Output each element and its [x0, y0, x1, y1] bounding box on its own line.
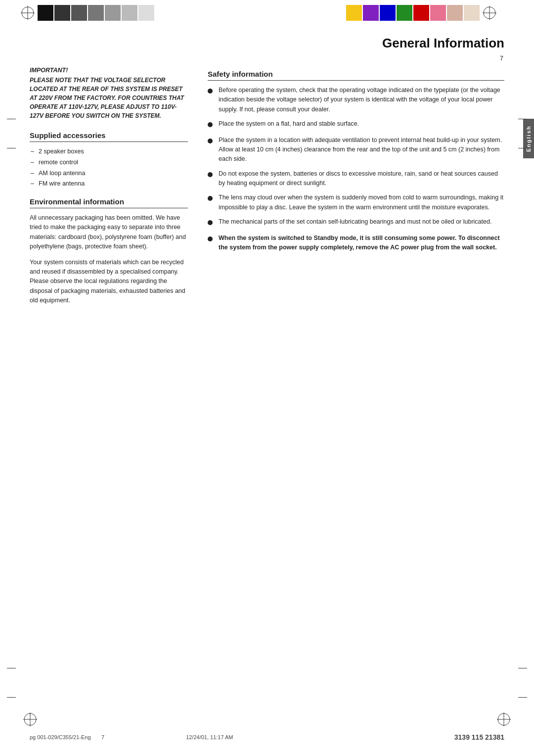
- reg-mark-left-top: [7, 119, 16, 148]
- env-paragraph-1: All unnecessary packaging has been omitt…: [30, 213, 188, 252]
- reg-mark-right-top: [518, 119, 527, 148]
- footer-pg-ref: pg 001-029/C355/21-Eng: [30, 734, 91, 740]
- list-item-bold: When the system is switched to Standby m…: [208, 234, 504, 253]
- important-text: PLEASE NOTE THAT THE VOLTAGE SELECTOR LO…: [30, 76, 188, 120]
- page-number-top: 7: [500, 54, 503, 62]
- list-item: Do not expose the system, batteries or d…: [208, 169, 504, 189]
- footer-page-number: 7: [101, 734, 104, 740]
- environmental-section: Environmental information All unnecessar…: [30, 197, 188, 305]
- color-block: [54, 5, 70, 21]
- bullet-icon: [208, 87, 216, 96]
- top-bar-left: [20, 5, 188, 21]
- bullet-icon: [208, 171, 216, 180]
- important-title: IMPORTANT!: [30, 67, 188, 74]
- list-item: Place the system in a location with adeq…: [208, 136, 504, 164]
- main-content: General Information IMPORTANT! PLEASE NO…: [0, 26, 534, 321]
- safety-section: Safety information Before operating the …: [208, 70, 504, 252]
- list-item: Place the system on a flat, hard and sta…: [208, 119, 504, 130]
- color-block: [71, 5, 87, 21]
- crosshair-bottom-left: [22, 711, 38, 729]
- bottom-footer: pg 001-029/C355/21-Eng 7 12/24/01, 11:17…: [0, 733, 534, 741]
- color-block: [38, 5, 53, 21]
- color-block: [88, 5, 104, 21]
- safety-list: Before operating the system, check that …: [208, 86, 504, 252]
- supplied-accessories-section: Supplied accessories 2 speaker boxes rem…: [30, 131, 188, 189]
- footer-product-code: 3139 115 21381: [267, 733, 504, 741]
- color-block-light: [464, 5, 480, 21]
- bullet-icon: [208, 137, 216, 146]
- crosshair-bottom-right: [496, 711, 512, 729]
- color-block-red: [413, 5, 429, 21]
- list-item: The lens may cloud over when the system …: [208, 193, 504, 212]
- crosshair-right-top: [482, 5, 497, 21]
- bullet-icon: [208, 219, 216, 228]
- color-block: [122, 5, 137, 21]
- accessories-list: 2 speaker boxes remote control AM loop a…: [30, 147, 188, 189]
- page-wrapper: English General Information IMPORTANT! P…: [0, 0, 534, 756]
- crosshair-left-top: [20, 5, 36, 21]
- list-item: 2 speaker boxes: [30, 147, 188, 156]
- bullet-icon: [208, 194, 216, 204]
- top-bar-right: [346, 5, 514, 21]
- safety-heading: Safety information: [208, 70, 504, 81]
- color-block: [138, 5, 154, 21]
- list-item: Before operating the system, check that …: [208, 86, 504, 114]
- color-block-yellow: [346, 5, 362, 21]
- bullet-icon: [208, 121, 216, 130]
- footer-datetime: 12/24/01, 11:17 AM: [186, 734, 233, 740]
- color-block: [105, 5, 121, 21]
- list-item: remote control: [30, 158, 188, 167]
- important-box: IMPORTANT! PLEASE NOTE THAT THE VOLTAGE …: [30, 67, 188, 120]
- left-column: IMPORTANT! PLEASE NOTE THAT THE VOLTAGE …: [30, 67, 188, 311]
- color-block-green: [397, 5, 412, 21]
- reg-mark-left-bottom: [7, 668, 16, 698]
- list-item: AM loop antenna: [30, 169, 188, 178]
- env-paragraph-2: Your system consists of materials which …: [30, 258, 188, 306]
- environmental-heading: Environmental information: [30, 197, 188, 208]
- list-item: FM wire antenna: [30, 179, 188, 189]
- page-title: General Information: [30, 36, 504, 55]
- color-block-peach: [447, 5, 463, 21]
- right-column: Safety information Before operating the …: [208, 67, 504, 311]
- bullet-icon: [208, 235, 216, 244]
- top-registration-bar: [0, 0, 534, 26]
- color-block-blue: [380, 5, 396, 21]
- two-column-layout: IMPORTANT! PLEASE NOTE THAT THE VOLTAGE …: [30, 67, 504, 311]
- footer-left: pg 001-029/C355/21-Eng 7 12/24/01, 11:17…: [30, 734, 267, 740]
- color-block-purple: [363, 5, 379, 21]
- color-block-pink: [430, 5, 446, 21]
- list-item: The mechanical parts of the set contain …: [208, 217, 504, 228]
- supplied-accessories-heading: Supplied accessories: [30, 131, 188, 142]
- reg-mark-right-bottom: [518, 668, 527, 698]
